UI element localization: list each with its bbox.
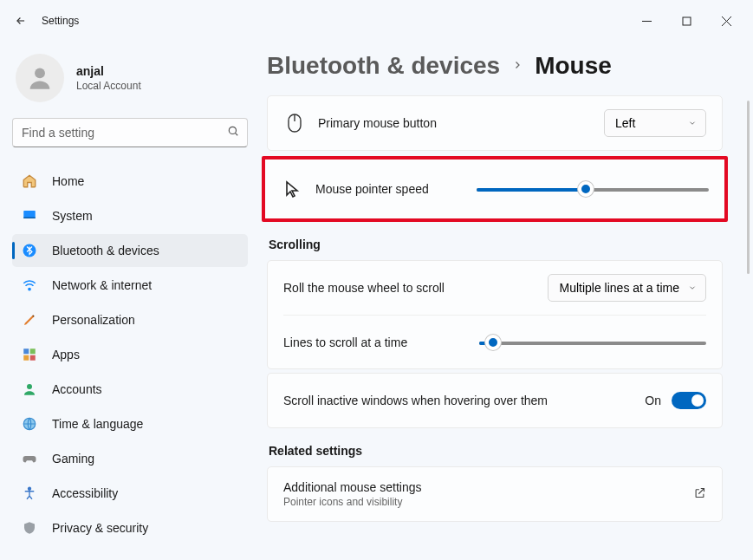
sidebar-item-system[interactable]: System [12,199,248,232]
minimize-button[interactable] [626,7,666,35]
apps-icon [21,347,38,362]
chevron-down-icon [688,116,697,130]
profile-block[interactable]: anjal Local Account [12,49,248,118]
sidebar-item-label: System [52,209,93,223]
scrolling-heading: Scrolling [269,238,723,251]
svg-point-5 [229,127,236,133]
svg-point-15 [27,384,32,389]
sidebar-item-gaming[interactable]: Gaming [12,442,248,475]
roll-wheel-select[interactable]: Multiple lines at a time [548,274,706,302]
bluetooth-icon [21,243,38,258]
globe-icon [21,416,38,432]
lines-scroll-label: Lines to scroll at a time [283,335,407,349]
lines-scroll-slider[interactable] [479,334,706,351]
svg-rect-8 [23,218,36,219]
sidebar-item-label: Gaming [52,452,94,466]
sidebar-item-label: Apps [52,348,80,361]
sidebar-item-label: Personalization [52,313,135,327]
primary-button-label: Primary mouse button [318,116,437,130]
window-title: Settings [42,15,79,27]
svg-rect-1 [683,17,691,25]
maximize-button[interactable] [666,7,706,35]
cursor-icon [281,180,303,198]
chevron-down-icon [688,281,697,295]
sidebar-item-personalization[interactable]: Personalization [12,303,248,336]
inactive-windows-row: Scroll inactive windows when hovering ov… [283,374,706,427]
sidebar-item-label: Accounts [52,382,102,396]
search-input[interactable] [12,118,248,147]
roll-wheel-row: Roll the mouse wheel to scroll Multiple … [283,261,706,315]
lines-scroll-row: Lines to scroll at a time [283,315,706,368]
sidebar-item-time[interactable]: Time & language [12,407,248,440]
inactive-windows-label: Scroll inactive windows when hovering ov… [283,394,548,407]
scrollbar[interactable] [747,101,750,274]
sidebar-item-accessibility[interactable]: Accessibility [12,477,248,510]
open-external-icon [693,486,706,503]
sidebar-item-network[interactable]: Network & internet [12,269,248,302]
back-button[interactable] [7,7,35,35]
sidebar-item-label: Network & internet [52,278,152,292]
wifi-icon [21,277,38,293]
svg-point-17 [29,487,31,490]
pointer-speed-label: Mouse pointer speed [315,182,429,196]
breadcrumb-parent[interactable]: Bluetooth & devices [267,52,500,80]
svg-point-10 [29,288,30,290]
additional-settings-link[interactable]: Additional mouse settings Pointer icons … [283,467,706,521]
search-icon [227,125,239,140]
sidebar-item-apps[interactable]: Apps [12,338,248,371]
toggle-state-text: On [645,394,661,407]
close-button[interactable] [706,7,746,35]
svg-rect-14 [30,355,36,361]
system-icon [21,208,38,224]
paint-icon [21,312,38,328]
highlight-box: Mouse pointer speed [262,156,728,222]
home-icon [21,173,38,189]
primary-button-row: Primary mouse button Left [283,96,706,150]
sidebar-item-label: Bluetooth & devices [52,244,159,257]
profile-name: anjal [76,64,141,78]
svg-rect-12 [30,348,36,354]
related-heading: Related settings [269,444,723,458]
sidebar-item-label: Accessibility [52,486,118,500]
gaming-icon [21,451,38,466]
accounts-icon [21,381,38,397]
roll-wheel-label: Roll the mouse wheel to scroll [283,281,445,295]
pointer-speed-row: Mouse pointer speed [281,160,709,218]
breadcrumb-current: Mouse [535,52,612,80]
mouse-icon [283,114,306,133]
sidebar-item-label: Home [52,174,84,188]
primary-button-select[interactable]: Left [604,109,706,137]
sidebar-item-accounts[interactable]: Accounts [12,373,248,406]
chevron-right-icon [512,58,523,74]
inactive-windows-toggle[interactable] [672,392,706,409]
additional-settings-title: Additional mouse settings [283,480,422,494]
svg-rect-13 [23,355,29,361]
accessibility-icon [21,485,38,501]
avatar [16,54,64,102]
svg-point-4 [35,68,45,78]
breadcrumb: Bluetooth & devices Mouse [267,52,723,80]
sidebar-item-privacy[interactable]: Privacy & security [12,511,248,544]
sidebar-item-bluetooth[interactable]: Bluetooth & devices [12,234,248,267]
svg-line-6 [235,133,237,135]
sidebar-item-home[interactable]: Home [12,165,248,198]
sidebar-item-label: Privacy & security [52,521,148,535]
shield-icon [21,520,38,536]
pointer-speed-slider[interactable] [477,180,709,198]
additional-settings-sub: Pointer icons and visibility [283,496,422,508]
sidebar-item-label: Time & language [52,417,143,431]
svg-rect-11 [23,348,29,354]
profile-subtitle: Local Account [76,80,141,92]
